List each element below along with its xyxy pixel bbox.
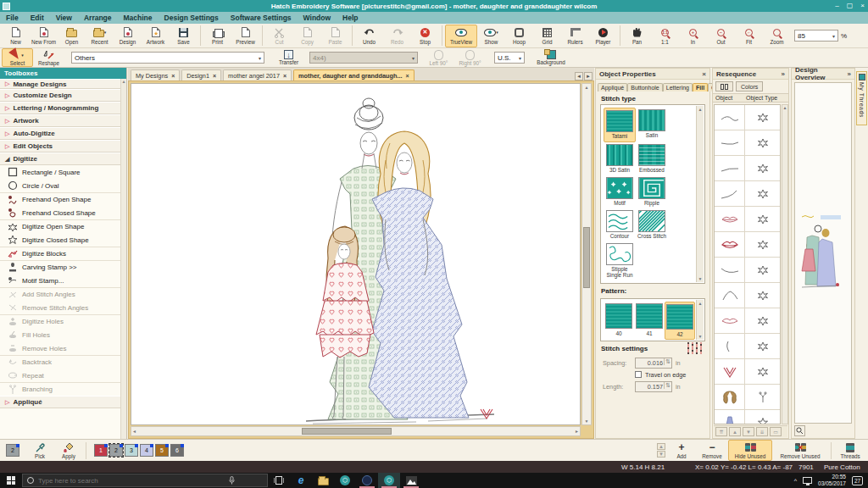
zoom-out-button[interactable]: −Out [707, 25, 735, 47]
scroll-down-icon[interactable]: ▼ [698, 276, 703, 281]
design-button[interactable]: Design [114, 25, 142, 47]
tool-rectangle-square[interactable]: Rectangle / Square [0, 165, 126, 179]
stitch-type-stipple[interactable]: Stipple Single Run [604, 241, 636, 280]
menu-design-settings[interactable]: Design Settings [159, 14, 225, 22]
rulers-button[interactable]: Rulers [561, 25, 589, 47]
recent-button[interactable]: ▾Recent [86, 25, 114, 47]
stitch-list-scrollbar[interactable]: ▲▼ [696, 106, 704, 282]
taskbar-file-explorer[interactable] [312, 473, 334, 488]
menu-file[interactable]: File [0, 14, 25, 22]
add-color-button[interactable]: +Add [667, 440, 696, 461]
embroidery-design[interactable] [131, 84, 581, 425]
tray-chevron-icon[interactable]: ^ [794, 478, 797, 484]
scroll-down-icon[interactable]: ▼ [585, 419, 589, 424]
save-button[interactable]: Save [170, 25, 198, 47]
panel-collapse-icon[interactable]: » [782, 70, 785, 78]
tab-scroll-left-button[interactable]: ◄ [575, 72, 583, 80]
taskbar-app-dark[interactable] [356, 473, 378, 488]
object-row[interactable] [715, 105, 780, 130]
design-canvas[interactable] [131, 83, 581, 425]
tool-digitize-closed-shape[interactable]: Digitize Closed Shape [0, 233, 126, 247]
pattern-scrollbar[interactable]: ▲▼ [696, 300, 704, 340]
pattern-40[interactable]: 40 [604, 302, 634, 340]
trueview-button[interactable]: TrueView [445, 25, 477, 47]
tab-close-icon[interactable]: × [213, 73, 216, 79]
object-list[interactable] [714, 104, 781, 424]
apply-color-button[interactable]: Apply [54, 440, 83, 461]
stitch-type-contour[interactable]: Contour [604, 208, 636, 241]
tool-digitize-blocks[interactable]: Digitize Blocks [0, 247, 126, 260]
taskbar-app-teal-1[interactable]: ⬡ [334, 473, 356, 488]
notification-badge[interactable]: 27 [852, 476, 863, 485]
zoom-fit-button[interactable]: ⌐Fit [735, 25, 763, 47]
player-button[interactable]: Player [589, 25, 617, 47]
zoom-1to1-button[interactable]: 1:11:1 [651, 25, 679, 47]
current-color-chip[interactable]: 2 [6, 444, 19, 457]
scroll-down-icon[interactable]: ▼ [698, 334, 703, 339]
color-chip-4[interactable]: 4 [140, 444, 153, 457]
zoom-level-combo[interactable]: 85 ▾ [794, 30, 838, 42]
artwork-button[interactable]: Artwork [142, 25, 170, 47]
color-chip-2[interactable]: 2 [109, 444, 123, 457]
overview-viewport[interactable] [794, 82, 852, 424]
my-threads-tab[interactable]: My Threads [856, 71, 867, 125]
show-button[interactable]: ▾Show [477, 25, 505, 47]
scroll-up-icon[interactable]: ▲ [698, 107, 703, 112]
stitch-type-satin[interactable]: Satin [636, 108, 668, 142]
color-chip-6[interactable]: 6 [170, 444, 184, 457]
canvas-vertical-scrollbar[interactable]: ▲▼ [581, 83, 592, 425]
tool-motif-stamp[interactable]: Motif Stamp... [0, 274, 126, 287]
colors-button[interactable]: Colors [736, 81, 763, 92]
preview-button[interactable]: Preview [231, 25, 259, 47]
color-chip-5[interactable]: 5 [155, 444, 169, 457]
canvas-horizontal-scrollbar[interactable]: ◄► [131, 426, 581, 436]
units-combo[interactable]: U.S. ▾ [494, 52, 525, 64]
maximize-button[interactable]: ▢ [847, 0, 854, 12]
threads-button[interactable]: Threads [836, 440, 865, 461]
toolbox-customize-design[interactable]: ▷Customize Design [0, 89, 126, 102]
color-chip-1[interactable]: 1 [94, 444, 108, 457]
move-down-button[interactable]: ▼ [743, 427, 754, 436]
tool-digitize-open-shape[interactable]: Digitize Open Shape [0, 219, 126, 233]
caret-down-icon[interactable]: ▾ [515, 55, 521, 61]
caret-down-icon[interactable]: ▾ [255, 55, 261, 61]
object-row[interactable] [715, 156, 780, 181]
sidebar-scrollbar[interactable]: ▲ [120, 79, 126, 439]
toolbox-artwork[interactable]: ▷Artwork [0, 114, 126, 127]
tab-lettering[interactable]: Lettering [663, 83, 693, 92]
hide-unused-button[interactable]: Hide Unused [728, 440, 772, 461]
pick-color-button[interactable]: Pick [25, 440, 54, 461]
object-row[interactable] [715, 181, 780, 207]
stitch-type-tatami[interactable]: Tatami [604, 108, 636, 142]
remove-unused-button[interactable]: ✕Remove Unused [774, 440, 826, 461]
stitch-type-motif[interactable]: Motif [604, 175, 636, 208]
others-combo[interactable]: Others ▾ [71, 52, 264, 64]
spacing-input[interactable]: 0.016 [635, 358, 672, 369]
object-row[interactable] [715, 258, 780, 283]
stitch-type-cross-stitch[interactable]: Cross Stitch [636, 208, 668, 241]
tab-design1[interactable]: Design1× [181, 69, 221, 80]
pan-button[interactable]: Pan [623, 25, 651, 47]
new-from-button[interactable]: New From [30, 25, 58, 47]
toolbox-lettering-monogramming[interactable]: ▷Lettering / Monogramming [0, 102, 126, 114]
toolbox-applique[interactable]: ▷Appliqué [0, 396, 126, 408]
taskbar-app-teal-2[interactable]: ⬡ [378, 473, 400, 488]
task-view-button[interactable] [268, 473, 290, 488]
toolbox-auto-digitize[interactable]: ▷Auto-Digitize [0, 127, 126, 140]
tab-scroll-right-button[interactable]: ► [584, 72, 593, 80]
minimize-button[interactable]: – [835, 0, 838, 12]
move-to-bottom-button[interactable]: ⇊ [756, 427, 768, 436]
tab-close-icon[interactable]: × [405, 73, 409, 79]
menu-help[interactable]: Help [337, 14, 364, 22]
object-list-scrollbar[interactable]: ▲ [782, 104, 788, 424]
toolbox-digitize[interactable]: ◢Digitize [0, 152, 126, 165]
scrollbar-thumb[interactable] [583, 227, 590, 288]
stitch-type-ripple[interactable]: Ripple [636, 175, 668, 208]
scroll-up-icon[interactable]: ▲ [122, 79, 126, 84]
zoom-button[interactable]: Zoom [763, 25, 791, 47]
close-button[interactable]: × [860, 0, 865, 12]
palette-spin-up[interactable]: ▲ [657, 443, 665, 450]
scroll-up-icon[interactable]: ▲ [698, 301, 703, 306]
toolbox-manage-designs[interactable]: ▷Manage Designs [0, 79, 126, 89]
delete-button[interactable]: ▭ [770, 427, 782, 436]
